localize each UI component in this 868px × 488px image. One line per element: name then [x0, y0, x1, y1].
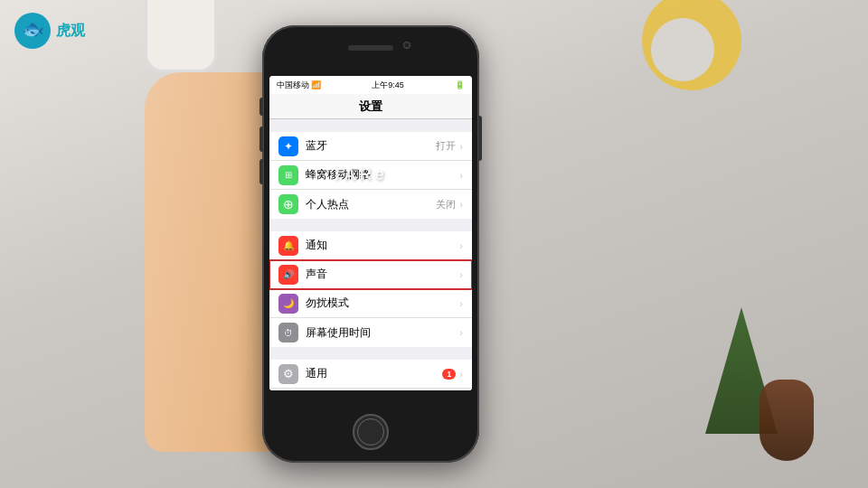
screentime-label: 屏幕使用时间	[306, 325, 459, 341]
section-gap-3	[269, 347, 472, 360]
phone-camera	[403, 42, 410, 49]
general-label: 通用	[306, 366, 442, 381]
battery-icon: 🔋	[455, 80, 465, 89]
phone-screen: 中国移动 📶 上午9:45 🔋 设置 ✦ 蓝牙 打开 ›	[269, 76, 472, 390]
screentime-icon: ⏱	[278, 323, 298, 343]
nav-bar: 设置	[269, 94, 472, 119]
section-gap-1	[269, 119, 472, 132]
row-screentime[interactable]: ⏱ 屏幕使用时间 ›	[269, 318, 472, 347]
section-alerts: 🔔 通知 › 🔊 声音 › 🌙 勿扰模式 › ⏱ 屏幕使用时间 ›	[269, 231, 472, 347]
status-right: 🔋	[455, 80, 465, 89]
carrier-text: 中国移动	[277, 80, 309, 91]
row-general[interactable]: ⚙ 通用 1 ›	[269, 360, 472, 389]
row-controlcenter[interactable]: ▦ 控制中心 ›	[269, 389, 472, 390]
logo-icon: 🐟	[13, 11, 52, 51]
notifications-icon: 🔔	[278, 236, 298, 256]
cellular-icon: ⊞	[278, 165, 298, 185]
bluetooth-icon: ✦	[278, 136, 298, 156]
bluetooth-label: 蓝牙	[306, 138, 436, 154]
hotspot-value: 关闭	[436, 198, 456, 211]
notifications-chevron: ›	[459, 240, 463, 251]
bluetooth-value: 打开	[436, 139, 456, 153]
sounds-label: 声音	[306, 267, 459, 282]
row-hotspot[interactable]: ⊕ 个人热点 关闭 ›	[269, 190, 472, 219]
page-title: 设置	[359, 99, 382, 115]
row-sounds[interactable]: 🔊 声音 ›	[269, 260, 472, 289]
wifi-icon: 📶	[311, 80, 321, 89]
mute-button	[259, 98, 263, 116]
logo: 🐟 虎观	[13, 11, 85, 51]
donotdisturb-icon: 🌙	[278, 294, 298, 314]
status-time: 上午9:45	[372, 80, 404, 91]
row-bluetooth[interactable]: ✦ 蓝牙 打开 ›	[269, 132, 472, 161]
deco-cone	[760, 380, 814, 461]
status-bar: 中国移动 📶 上午9:45 🔋	[269, 76, 472, 94]
screentime-chevron: ›	[459, 327, 463, 338]
row-notifications[interactable]: 🔔 通知 ›	[269, 231, 472, 260]
deco-cup	[145, 0, 217, 72]
sounds-chevron: ›	[459, 269, 463, 280]
hotspot-icon: ⊕	[278, 194, 298, 214]
row-donotdisturb[interactable]: 🌙 勿扰模式 ›	[269, 289, 472, 318]
settings-list[interactable]: ✦ 蓝牙 打开 › ⊞ 蜂窝移动网络 › ⊕ 个人热点 关闭 ›	[269, 119, 472, 390]
sounds-icon: 🔊	[278, 265, 298, 285]
deco-yellow-inner	[651, 18, 714, 81]
notifications-label: 通知	[306, 238, 459, 253]
home-button-inner	[357, 418, 384, 446]
watermark: TARe	[332, 165, 388, 184]
general-icon: ⚙	[278, 364, 298, 384]
hotspot-label: 个人热点	[306, 197, 436, 212]
donotdisturb-chevron: ›	[459, 298, 463, 309]
logo-text: 虎观	[56, 22, 85, 41]
home-button[interactable]	[353, 414, 389, 450]
donotdisturb-label: 勿扰模式	[306, 296, 459, 311]
svg-text:🐟: 🐟	[22, 18, 44, 40]
hotspot-chevron: ›	[459, 199, 463, 210]
cellular-chevron: ›	[459, 170, 463, 181]
bluetooth-chevron: ›	[459, 141, 463, 152]
section-gap-2	[269, 219, 472, 231]
status-left: 中国移动 📶	[277, 80, 321, 91]
general-chevron: ›	[459, 369, 463, 380]
volume-down-button	[259, 159, 263, 184]
power-button	[478, 116, 482, 161]
phone-speaker	[348, 45, 393, 51]
volume-up-button	[259, 127, 263, 152]
phone: 中国移动 📶 上午9:45 🔋 设置 ✦ 蓝牙 打开 ›	[262, 25, 479, 463]
section-general: ⚙ 通用 1 › ▦ 控制中心 › AA 显示与亮度 › ❋ 墙纸	[269, 360, 472, 390]
general-badge: 1	[442, 369, 456, 380]
